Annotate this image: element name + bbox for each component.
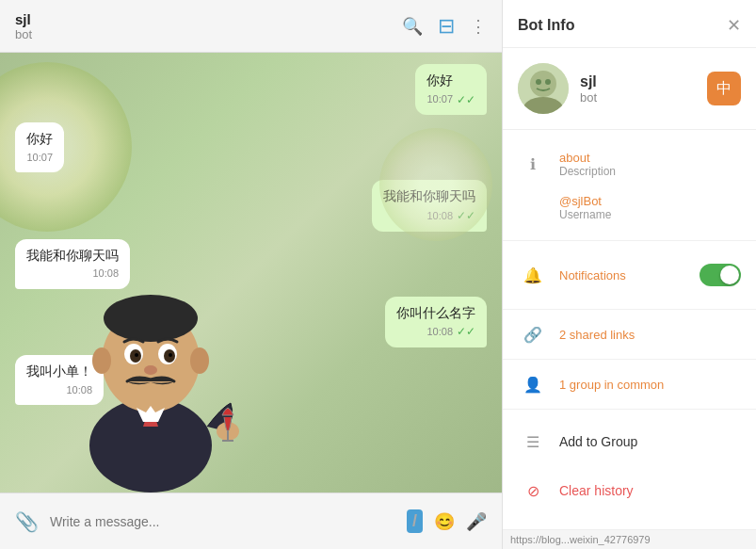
shared-links-label: shared links: [570, 328, 635, 342]
calendar-button[interactable]: 中: [707, 72, 741, 105]
about-row: ℹ about Description: [518, 141, 741, 186]
svg-point-22: [545, 79, 551, 85]
person-icon: 👤: [518, 369, 548, 399]
read-checkmarks: ✓✓: [457, 208, 475, 224]
notifications-content: Notifications: [559, 268, 688, 283]
info-profile: sjl bot 中: [503, 48, 756, 130]
username-row: @sjlBot Username: [559, 186, 741, 229]
chat-status: bot: [15, 27, 402, 41]
about-section: ℹ about Description @sjlBot Username: [503, 130, 756, 241]
info-panel-header: Bot Info ✕: [503, 0, 756, 48]
chat-name: sjl: [15, 11, 402, 27]
common-groups-count: 1: [559, 378, 566, 392]
common-groups-text: 1 group in common: [559, 378, 664, 392]
clear-history-row: ⊘ Clear history: [518, 466, 741, 515]
close-button[interactable]: ✕: [727, 15, 741, 36]
svg-point-21: [536, 79, 541, 85]
info-actions: ☰ Add to Group ⊘ Clear history: [503, 410, 756, 523]
bot-sticker: [47, 229, 254, 492]
description-label: Description: [559, 165, 741, 178]
bubble-received: 你好 10:07: [15, 122, 64, 172]
bubble-meta: 10:07: [26, 151, 53, 165]
bubble-meta: 10:07 ✓✓: [426, 92, 475, 108]
clear-history-button[interactable]: Clear history: [559, 483, 634, 498]
bell-icon: 🔔: [518, 260, 548, 290]
add-to-group-button[interactable]: Add to Group: [559, 434, 637, 449]
common-groups-label: group in common: [570, 378, 664, 392]
svg-point-4: [104, 295, 198, 342]
bot-command-icon[interactable]: /: [407, 509, 423, 533]
svg-point-12: [169, 353, 172, 357]
username-value: @sjlBot: [559, 194, 741, 208]
link-icon: 🔗: [518, 319, 548, 349]
bubble-sent: 你叫什么名字 10:08 ✓✓: [385, 297, 487, 347]
notifications-toggle[interactable]: [700, 264, 741, 286]
svg-point-6: [190, 347, 209, 374]
bubble-time: 10:08: [426, 325, 453, 339]
add-to-group-row: ☰ Add to Group: [518, 417, 741, 466]
common-groups-row[interactable]: 👤 1 group in common: [503, 360, 756, 410]
username-content: @sjlBot Username: [559, 194, 741, 221]
bubble-time: 10:08: [426, 209, 453, 223]
profile-type: bot: [580, 90, 696, 105]
emoji-icon[interactable]: 😊: [434, 511, 455, 532]
shared-links-text: 2 shared links: [559, 328, 635, 342]
read-checkmarks: ✓✓: [457, 324, 475, 340]
bubble-sent: 你好 10:07 ✓✓: [415, 64, 487, 115]
chat-header: sjl bot 🔍 ⊟ ⋮: [0, 0, 502, 53]
toggle-knob: [720, 266, 739, 284]
mic-icon[interactable]: 🎤: [466, 511, 487, 532]
notifications-label: Notifications: [559, 268, 688, 283]
clear-icon: ⊘: [518, 476, 548, 506]
username-label: Username: [559, 208, 741, 221]
about-content: about Description: [559, 151, 741, 178]
read-checkmarks: ✓✓: [457, 92, 475, 108]
calendar-icon: 中: [716, 79, 732, 99]
bubble-text: 你叫什么名字: [396, 304, 475, 323]
info-panel-title: Bot Info: [518, 17, 574, 34]
notifications-section: 🔔 Notifications: [503, 241, 756, 310]
message-row: 你好 10:07: [15, 122, 487, 172]
bubble-meta: 10:08 ✓✓: [396, 324, 475, 340]
svg-point-5: [92, 347, 111, 374]
message-row: 你好 10:07 ✓✓: [15, 64, 487, 115]
notifications-row: 🔔 Notifications: [518, 252, 741, 298]
bubble-time: 10:07: [26, 151, 53, 165]
info-panel: Bot Info ✕ sjl bot 中 ℹ ab: [502, 0, 756, 549]
bubble-time: 10:07: [426, 92, 453, 106]
shared-links-count: 2: [559, 328, 566, 342]
chat-input-bar: 📎 / 😊 🎤: [0, 492, 502, 549]
layout-icon[interactable]: ⊟: [438, 14, 455, 39]
about-label: about: [559, 151, 741, 165]
attachment-icon[interactable]: 📎: [15, 510, 39, 533]
bubble-text: 我能和你聊天吗: [383, 187, 475, 206]
bubble-text: 你好: [426, 72, 475, 90]
chat-background: 你好 10:07 ✓✓ 你好 10:07: [0, 53, 502, 492]
chat-header-icons: 🔍 ⊟ ⋮: [402, 14, 487, 39]
svg-point-19: [530, 71, 556, 97]
profile-info: sjl bot: [580, 73, 696, 105]
url-text: https://blog...weixin_42776979: [510, 534, 651, 545]
search-icon[interactable]: 🔍: [402, 16, 423, 37]
message-row: 我能和你聊天吗 10:08 ✓✓: [15, 180, 487, 231]
message-input[interactable]: [50, 514, 395, 529]
bubble-meta: 10:08 ✓✓: [383, 208, 475, 224]
bubble-text: 你好: [26, 130, 53, 149]
url-bar: https://blog...weixin_42776979: [503, 529, 756, 549]
more-icon[interactable]: ⋮: [470, 16, 487, 37]
add-group-icon: ☰: [518, 427, 548, 457]
chat-panel: sjl bot 🔍 ⊟ ⋮ 你好 10:07 ✓✓: [0, 0, 502, 549]
bubble-sent: 我能和你聊天吗 10:08 ✓✓: [372, 180, 487, 231]
avatar: [518, 63, 569, 114]
info-circle-icon: ℹ: [518, 149, 548, 179]
profile-name: sjl: [580, 73, 696, 90]
shared-links-row[interactable]: 🔗 2 shared links: [503, 310, 756, 360]
input-icons: / 😊 🎤: [407, 509, 487, 533]
chat-header-info: sjl bot: [15, 11, 402, 41]
svg-point-13: [144, 365, 157, 375]
svg-point-11: [135, 353, 138, 357]
